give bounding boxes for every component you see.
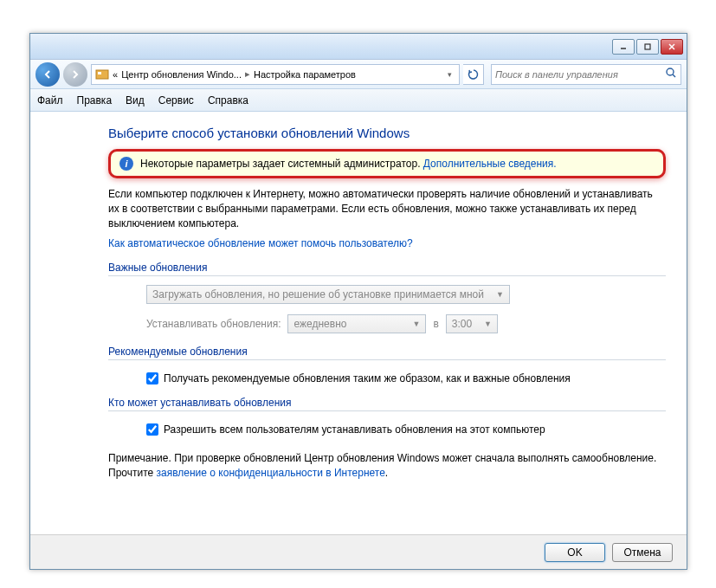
menu-file[interactable]: Файл [37, 94, 63, 107]
section-important-updates: Важные обновления [108, 262, 666, 276]
menubar: Файл Правка Вид Сервис Справка [30, 89, 687, 112]
chevron-down-icon: ▼ [496, 290, 504, 299]
page-title: Выберите способ установки обновлений Win… [108, 126, 666, 140]
schedule-frequency-combo[interactable]: ежедневно ▼ [287, 314, 426, 333]
navbar: « Центр обновления Windo... ▸ Настройка … [30, 60, 687, 89]
privacy-link[interactable]: заявление о конфиденциальности в Интерне… [157, 467, 385, 479]
menu-service[interactable]: Сервис [158, 94, 194, 107]
schedule-row: Устанавливать обновления: ежедневно ▼ в … [146, 314, 666, 333]
important-updates-combo-value: Загружать обновления, но решение об уста… [152, 288, 484, 300]
admin-info-bar: i Некоторые параметры задает системный а… [108, 149, 666, 178]
back-button[interactable] [35, 62, 60, 87]
schedule-time-value: 3:00 [452, 318, 472, 330]
admin-info-text: Некоторые параметры задает системный адм… [140, 158, 557, 170]
svg-point-6 [667, 68, 674, 75]
description-text: Если компьютер подключен к Интернету, мо… [108, 187, 666, 230]
svg-rect-1 [645, 44, 650, 49]
chevron-down-icon: ▼ [484, 320, 492, 328]
schedule-frequency-value: ежедневно [293, 318, 346, 330]
recommended-checkbox-row[interactable]: Получать рекомендуемые обновления таким … [146, 372, 666, 384]
schedule-at-label: в [433, 318, 438, 330]
section-recommended-updates: Рекомендуемые обновления [108, 346, 666, 360]
titlebar [30, 34, 687, 60]
who-can-install-body: Разрешить всем пользователям устанавлива… [108, 411, 666, 436]
search-box[interactable] [491, 64, 681, 85]
svg-line-7 [673, 74, 675, 77]
admin-info-link[interactable]: Дополнительные сведения. [423, 158, 557, 170]
maximize-button[interactable] [636, 39, 659, 55]
search-input[interactable] [495, 69, 665, 80]
close-button[interactable] [661, 39, 683, 55]
button-bar: OK Отмена [30, 534, 687, 569]
breadcrumb-item-1[interactable]: Центр обновления Windo... [121, 69, 242, 80]
ok-button[interactable]: OK [545, 543, 605, 562]
forward-button[interactable] [63, 62, 87, 87]
allow-all-users-checkbox[interactable] [146, 423, 158, 436]
recommended-updates-body: Получать рекомендуемые обновления таким … [108, 360, 666, 384]
admin-info-highlight: i Некоторые параметры задает системный а… [108, 149, 666, 178]
info-icon: i [119, 157, 133, 171]
minimize-button[interactable] [612, 39, 635, 55]
menu-edit[interactable]: Правка [77, 94, 113, 107]
allow-all-users-checkbox-label: Разрешить всем пользователям устанавлива… [164, 423, 545, 436]
breadcrumb-prefix: « [113, 69, 118, 80]
menu-view[interactable]: Вид [126, 94, 145, 107]
content-area: Выберите способ установки обновлений Win… [30, 112, 687, 536]
svg-rect-5 [98, 72, 101, 74]
important-updates-combo[interactable]: Загружать обновления, но решение об уста… [146, 285, 510, 304]
breadcrumb-item-2[interactable]: Настройка параметров [254, 69, 356, 80]
allow-all-users-checkbox-row[interactable]: Разрешить всем пользователям устанавлива… [146, 423, 666, 436]
cancel-button[interactable]: Отмена [612, 543, 673, 562]
breadcrumb-separator: ▸ [245, 68, 250, 80]
section-who-can-install: Кто может устанавливать обновления [108, 397, 666, 411]
search-icon[interactable] [665, 67, 677, 81]
privacy-note: Примечание. При проверке обновлений Цент… [108, 451, 666, 481]
refresh-button[interactable] [463, 64, 484, 85]
important-updates-body: Загружать обновления, но решение об уста… [108, 276, 666, 333]
chevron-down-icon: ▼ [413, 320, 421, 328]
control-panel-window: « Центр обновления Windo... ▸ Настройка … [29, 33, 687, 570]
windows-update-icon [95, 68, 109, 81]
help-link[interactable]: Как автоматическое обновление может помо… [108, 237, 413, 249]
recommended-checkbox[interactable] [146, 372, 158, 384]
menu-help[interactable]: Справка [208, 94, 248, 107]
breadcrumb-dropdown-icon[interactable]: ▾ [444, 70, 455, 79]
breadcrumb[interactable]: « Центр обновления Windo... ▸ Настройка … [91, 64, 460, 85]
schedule-label: Устанавливать обновления: [146, 318, 281, 330]
recommended-checkbox-label: Получать рекомендуемые обновления таким … [164, 372, 571, 384]
schedule-time-combo[interactable]: 3:00 ▼ [446, 314, 498, 333]
